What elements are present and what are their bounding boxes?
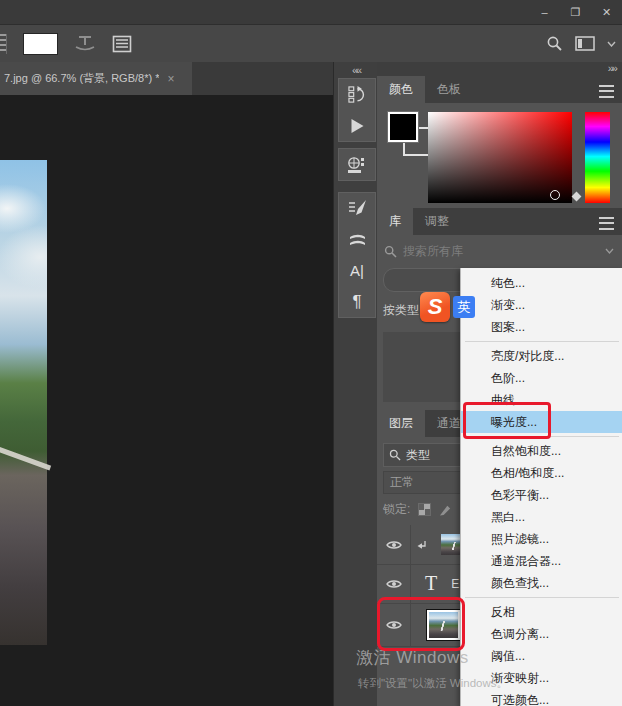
menu-item-photo-filter[interactable]: 照片滤镜... bbox=[461, 528, 622, 550]
hue-slider[interactable] bbox=[585, 112, 610, 203]
brushes-panel-icon[interactable] bbox=[339, 224, 375, 255]
menu-item-vibrance[interactable]: 自然饱和度... bbox=[461, 440, 622, 462]
menu-separator bbox=[465, 341, 619, 342]
color-panel-menu-icon[interactable] bbox=[599, 85, 614, 98]
visibility-toggle[interactable] bbox=[377, 525, 411, 564]
library-search-row[interactable]: 搜索所有库 bbox=[377, 240, 622, 262]
search-icon[interactable] bbox=[546, 35, 563, 52]
collapse-panels-icon[interactable]: «« bbox=[352, 64, 360, 76]
ime-language-badge: 英 bbox=[453, 296, 475, 318]
expand-panels-icon[interactable]: »» bbox=[608, 62, 616, 74]
foreground-color-swatch[interactable] bbox=[388, 112, 418, 142]
panel-dock: «« bbox=[333, 62, 378, 706]
field-edge-marker bbox=[572, 192, 582, 202]
character-panel-icon[interactable]: A| bbox=[339, 255, 375, 286]
by-type-label: 按类型 bbox=[383, 302, 419, 319]
color-panel: 颜色 色板 bbox=[377, 76, 622, 103]
libraries-panel-menu-icon[interactable] bbox=[599, 217, 614, 230]
annotation-layer-highlight bbox=[377, 597, 465, 651]
color-cursor[interactable] bbox=[550, 190, 560, 200]
menu-item-brightness-contrast[interactable]: 亮度/对比度... bbox=[461, 345, 622, 367]
menu-item-color-lookup[interactable]: 颜色查找... bbox=[461, 572, 622, 594]
menu-item-selective-color[interactable]: 可选颜色... bbox=[461, 689, 622, 706]
eye-icon bbox=[386, 540, 402, 550]
text-layer-icon: T bbox=[425, 572, 437, 595]
tab-close-icon[interactable]: × bbox=[167, 72, 174, 86]
paragraph-panel-icon[interactable]: ¶ bbox=[339, 286, 375, 317]
layer-filter-label: 类型 bbox=[406, 447, 430, 464]
3d-panel-icon[interactable] bbox=[339, 149, 375, 180]
menu-item-threshold[interactable]: 阈值... bbox=[461, 645, 622, 667]
menu-item-channel-mixer[interactable]: 通道混合器... bbox=[461, 550, 622, 572]
toggle-panels-icon[interactable] bbox=[112, 35, 132, 53]
search-icon bbox=[389, 449, 401, 461]
canvas-area[interactable] bbox=[0, 95, 340, 706]
tool-preset-icon[interactable] bbox=[0, 34, 7, 54]
layer-name-partial: E bbox=[451, 577, 459, 591]
history-panel-icon[interactable] bbox=[339, 79, 375, 110]
brush-settings-panel-icon[interactable] bbox=[339, 193, 375, 224]
saturation-brightness-field[interactable] bbox=[428, 112, 572, 203]
tab-layers[interactable]: 图层 bbox=[377, 410, 425, 437]
sogou-ime-icon: S bbox=[420, 292, 450, 322]
menu-item-pattern[interactable]: 图案... bbox=[461, 316, 622, 338]
clipping-mask-icon bbox=[417, 540, 427, 550]
tab-adjustments[interactable]: 调整 bbox=[413, 208, 461, 235]
panel-header-strip: »» bbox=[377, 62, 622, 76]
menu-item-color-balance[interactable]: 色彩平衡... bbox=[461, 484, 622, 506]
dock-group-3: A| ¶ bbox=[338, 192, 376, 318]
library-search-placeholder: 搜索所有库 bbox=[403, 243, 463, 260]
chevron-down-icon[interactable] bbox=[607, 41, 616, 47]
lock-paint-icon[interactable] bbox=[439, 503, 452, 516]
blend-mode-value: 正常 bbox=[390, 474, 414, 491]
tab-libraries[interactable]: 库 bbox=[377, 208, 413, 235]
menu-separator bbox=[465, 597, 619, 598]
warp-text-icon[interactable] bbox=[74, 35, 96, 52]
workspace-switcher-icon[interactable] bbox=[575, 36, 595, 51]
tab-color[interactable]: 颜色 bbox=[377, 76, 425, 103]
menu-item-gradient-map[interactable]: 渐变映射... bbox=[461, 667, 622, 689]
window-controls: – ❐ ✕ bbox=[529, 0, 622, 24]
minimize-button[interactable]: – bbox=[529, 0, 560, 24]
annotation-exposure-highlight bbox=[463, 402, 551, 439]
menu-item-hue-saturation[interactable]: 色相/饱和度... bbox=[461, 462, 622, 484]
text-color-swatch[interactable] bbox=[23, 33, 58, 55]
dock-group-1 bbox=[338, 78, 376, 142]
adjustment-layer-menu: 纯色... 渐变... 图案... 亮度/对比度... 色阶... 曲线... … bbox=[460, 268, 622, 706]
actions-panel-icon[interactable] bbox=[339, 110, 375, 141]
menu-item-levels[interactable]: 色阶... bbox=[461, 367, 622, 389]
restore-button[interactable]: ❐ bbox=[560, 0, 591, 24]
menu-item-black-white[interactable]: 黑白... bbox=[461, 506, 622, 528]
lock-transparency-icon[interactable] bbox=[418, 503, 431, 516]
menu-item-gradient[interactable]: 渐变... bbox=[461, 294, 622, 316]
dock-group-2 bbox=[338, 148, 376, 181]
search-icon bbox=[384, 245, 397, 258]
document-tab-title: 7.jpg @ 66.7% (背景, RGB/8*) * bbox=[0, 71, 159, 86]
eye-icon bbox=[386, 579, 402, 589]
close-button[interactable]: ✕ bbox=[591, 0, 622, 24]
lock-row: 锁定: bbox=[383, 499, 452, 519]
tab-swatches[interactable]: 色板 bbox=[425, 76, 473, 103]
lock-label: 锁定: bbox=[383, 501, 410, 518]
photoshop-window: – ❐ ✕ bbox=[0, 0, 622, 706]
chevron-down-icon[interactable] bbox=[605, 248, 614, 254]
menu-item-posterize[interactable]: 色调分离... bbox=[461, 623, 622, 645]
document-tab-bar: 7.jpg @ 66.7% (背景, RGB/8*) * × bbox=[0, 62, 340, 95]
options-bar bbox=[0, 25, 622, 63]
menu-item-invert[interactable]: 反相 bbox=[461, 601, 622, 623]
menu-item-solid-color[interactable]: 纯色... bbox=[461, 272, 622, 294]
title-bar: – ❐ ✕ bbox=[0, 0, 622, 25]
document-tab[interactable]: 7.jpg @ 66.7% (背景, RGB/8*) * × bbox=[0, 62, 192, 95]
document-image[interactable] bbox=[0, 160, 47, 645]
libraries-panel: 库 调整 搜索所有库 按类型 S 英 bbox=[377, 208, 622, 235]
